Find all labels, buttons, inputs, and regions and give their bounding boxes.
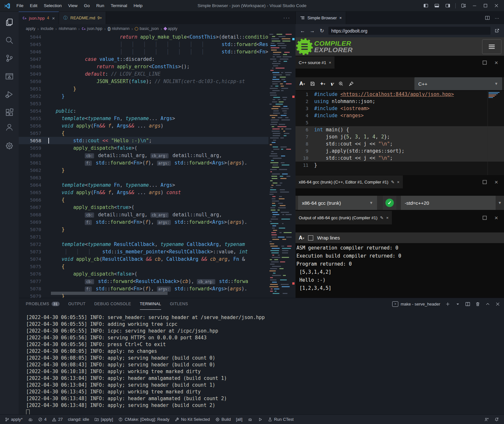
hamburger-menu-icon[interactable] [482, 39, 501, 54]
pin-icon[interactable] [349, 81, 354, 86]
activity-source-control[interactable] [2, 51, 17, 66]
tab-output[interactable]: Output of x86-64 gcc (trunk) (Compiler #… [296, 211, 392, 224]
forward-icon[interactable]: → [309, 28, 315, 33]
activity-extensions[interactable] [2, 105, 17, 120]
status-build[interactable]: Build [212, 415, 233, 424]
activity-search[interactable] [2, 33, 17, 48]
tools-icon[interactable] [175, 417, 179, 422]
maximize-pane-icon[interactable] [482, 179, 487, 184]
bug-icon[interactable] [247, 417, 252, 422]
info-icon[interactable] [118, 417, 123, 422]
more-tabs-icon[interactable]: ··· [278, 15, 296, 21]
close-icon[interactable]: × [339, 15, 342, 20]
tab-compiler[interactable]: x86-64 gcc (trunk) (C++, Editor #1, Comp… [296, 175, 403, 188]
add-pane-icon[interactable]: +▾ [320, 81, 325, 87]
tab-simple-browser[interactable]: Simple Browser × [296, 12, 346, 24]
breadcrumb-apply[interactable]: apply [26, 26, 35, 31]
minimize-icon[interactable] [470, 1, 479, 10]
gear-icon[interactable] [215, 417, 220, 422]
url-input[interactable]: https://godbolt.org [328, 27, 490, 35]
breadcrumb-include[interactable]: include [41, 26, 53, 31]
branch-icon[interactable] [5, 417, 9, 422]
add-icon[interactable] [445, 301, 450, 306]
status-cmake-debug-ready[interactable]: CMake: [Debug]: Ready [116, 415, 172, 424]
options-dropdown-icon[interactable]: ▼ [496, 201, 504, 205]
panel-tab-output[interactable]: OUTPUT [68, 298, 86, 310]
breadcrumb-nlohmann[interactable]: {}nlohmann [108, 26, 130, 31]
split-editor-icon[interactable] [485, 15, 490, 21]
menu-help[interactable]: Help [131, 2, 145, 9]
trash-icon[interactable] [475, 301, 480, 306]
terminal-selector[interactable]: >make - serve_header [392, 301, 440, 307]
menu-view[interactable]: View [65, 2, 81, 9]
status-apply-[interactable]: apply* [2, 415, 25, 424]
status-play[interactable] [255, 415, 265, 424]
maximize-icon[interactable] [481, 1, 490, 10]
caret-down-icon[interactable] [455, 301, 460, 306]
status--apply-[interactable]: [apply] [92, 415, 116, 424]
activity-explorer[interactable] [2, 15, 17, 30]
reload-icon[interactable]: ↻ [319, 28, 325, 33]
menu-terminal[interactable]: Terminal [108, 2, 130, 9]
breadcrumb-basic_json[interactable]: basic_json [135, 26, 159, 31]
close-icon[interactable]: × [397, 180, 400, 184]
close-icon[interactable]: × [386, 215, 389, 220]
activity-account[interactable] [2, 120, 17, 135]
status-feedback[interactable] [481, 417, 491, 422]
close-icon[interactable]: × [52, 15, 55, 21]
maximize-pane-icon[interactable] [482, 215, 487, 220]
close-pane-icon[interactable]: × [494, 60, 499, 65]
close-icon[interactable] [492, 1, 501, 10]
status-cloud-upload[interactable] [25, 415, 35, 424]
chevron-up-icon[interactable] [485, 301, 490, 306]
maximize-pane-icon[interactable] [482, 60, 487, 65]
activity-run-debug[interactable] [2, 87, 17, 102]
horizontal-scrollbar[interactable] [51, 292, 168, 295]
menu-selection[interactable]: Selection [41, 2, 65, 9]
menu-file[interactable]: File [14, 2, 26, 9]
layout-bottom-icon[interactable] [432, 1, 441, 10]
breadcrumb-nlohmann[interactable]: nlohmann [59, 26, 76, 31]
panel-tab-debug-console[interactable]: DEBUG CONSOLE [94, 298, 131, 310]
status-4[interactable]: 4 [35, 415, 49, 424]
error-icon[interactable] [38, 417, 43, 422]
vim-mode-icon[interactable]: v [330, 81, 333, 87]
customize-layout-icon[interactable] [459, 1, 468, 10]
folder-icon[interactable] [94, 417, 99, 422]
zoom-icon[interactable] [338, 81, 344, 86]
more-actions-icon[interactable]: ··· [494, 15, 499, 21]
font-size-icon[interactable]: A▾ [299, 235, 304, 241]
status-run-ctest[interactable]: Run CTest [265, 415, 296, 424]
close-pane-icon[interactable]: × [494, 179, 499, 184]
code-editor[interactable]: 5044 return apply_make_tuple<ConstThis>(… [19, 33, 268, 298]
breadcrumb-apply[interactable]: apply [164, 26, 178, 31]
tab-json.hpp[interactable]: C+json.hpp4× [19, 12, 59, 24]
bell-dot-icon[interactable] [494, 417, 499, 422]
panel-tab-problems[interactable]: PROBLEMS31 [26, 298, 60, 310]
status--all-[interactable]: [all] [233, 415, 245, 424]
godbolt-source-code[interactable]: 1#include <https://localhost:8443/apply/… [296, 91, 504, 175]
minimap[interactable] [268, 33, 292, 298]
layout-left-icon[interactable] [421, 1, 430, 10]
play-icon[interactable] [257, 417, 262, 422]
status-bug[interactable] [245, 415, 255, 424]
close-icon[interactable] [495, 301, 500, 306]
status-27[interactable]: 27 [49, 415, 65, 424]
close-pane-icon[interactable]: × [494, 215, 499, 220]
warning-icon[interactable] [52, 417, 56, 422]
activity-settings[interactable] [2, 138, 17, 153]
open-external-icon[interactable] [494, 28, 500, 33]
edit-icon[interactable]: ✎ [380, 215, 383, 220]
panel-tab-gitlens[interactable]: GITLENS [170, 298, 188, 310]
breadcrumb[interactable]: apply›include›nlohmann›C+json.hpp›{}nloh… [19, 24, 296, 33]
panel-tab-terminal[interactable]: TERMINAL [140, 298, 161, 310]
activity-live-preview[interactable] [2, 69, 17, 84]
menu-go[interactable]: Go [81, 2, 93, 9]
tab-readme.md[interactable]: ⓘREADME.md9+ [59, 12, 106, 24]
close-icon[interactable]: × [329, 60, 331, 65]
feedback-icon[interactable] [484, 417, 489, 422]
menu-edit[interactable]: Edit [27, 2, 40, 9]
terminal[interactable]: [2022-04-30 06:05:55] INFO: serve_header… [19, 310, 504, 414]
breadcrumb-json.hpp[interactable]: C+json.hpp [82, 26, 102, 31]
compiler-select[interactable]: x86-64 gcc (trunk) ▼ [298, 196, 377, 210]
